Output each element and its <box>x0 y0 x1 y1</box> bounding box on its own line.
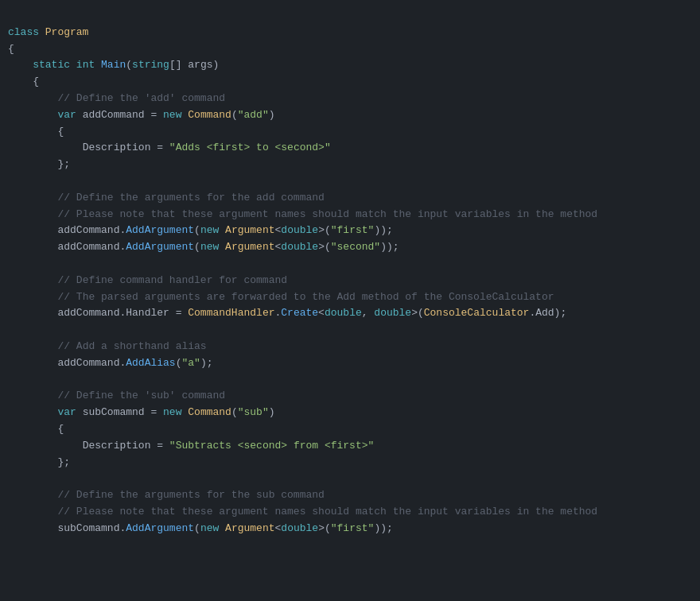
code-token: Description <box>83 440 151 452</box>
code-token <box>8 109 57 121</box>
code-token: >( <box>318 522 331 534</box>
code-token: = <box>145 406 163 418</box>
code-token <box>8 274 57 286</box>
code-line: addCommand.AddArgument(new Argument<doub… <box>0 239 700 256</box>
code-token: static <box>8 59 76 71</box>
code-token: = <box>150 142 169 153</box>
code-line: Description = "Adds <first> to <second>" <box>0 140 700 157</box>
code-line: // Please note that these argument names… <box>0 504 700 521</box>
code-line: subComamnd.AddArgument(new Argument<doub… <box>0 521 700 537</box>
code-token <box>8 92 57 104</box>
code-token: ( <box>231 406 238 418</box>
code-token: "second" <box>331 241 380 253</box>
code-token <box>8 522 57 534</box>
code-token: ConsoleCalculator <box>424 307 530 319</box>
code-token <box>8 192 57 204</box>
code-token: Argument <box>225 241 274 253</box>
code-token: "first" <box>331 224 375 236</box>
code-token: "a" <box>181 357 200 369</box>
code-line: }; <box>0 157 700 173</box>
code-token: = <box>145 109 163 121</box>
code-token: new <box>163 109 188 121</box>
code-token: >( <box>411 307 424 319</box>
code-token: addCommand <box>57 307 119 319</box>
code-token: Create <box>281 307 318 319</box>
code-line: addCommand.Handler = CommandHandler.Crea… <box>0 305 700 322</box>
code-line: { <box>0 41 700 58</box>
code-line: // Please note that these argument names… <box>0 207 700 223</box>
code-token: Program <box>45 26 89 38</box>
code-token: var <box>57 406 82 418</box>
code-token: ) <box>269 109 275 121</box>
code-token: "add" <box>238 109 269 121</box>
code-token: // Add a shorthand alias <box>57 340 206 352</box>
code-line: var subComamnd = new Command("sub") <box>0 405 700 421</box>
code-token: "sub" <box>238 406 269 418</box>
code-token: ); <box>200 357 213 369</box>
code-token: { <box>8 126 64 138</box>
code-line: // Define the arguments for the add comm… <box>0 190 700 207</box>
code-token: Main <box>101 59 126 71</box>
code-token <box>8 440 83 452</box>
code-token: double <box>281 522 318 534</box>
code-token: < <box>318 307 325 319</box>
code-token: // Define the 'sub' command <box>57 390 225 401</box>
code-token: // The parsed arguments are forwarded to… <box>57 291 554 303</box>
code-token: double <box>374 307 411 319</box>
code-token: >( <box>318 224 331 236</box>
code-token: subComamnd <box>83 406 145 418</box>
code-token: Description <box>83 142 151 153</box>
code-token: double <box>281 224 318 236</box>
code-token: double <box>281 241 318 253</box>
code-token: )); <box>374 522 392 534</box>
code-token: AddArgument <box>126 224 194 236</box>
code-token <box>8 390 57 401</box>
code-token: addCommand <box>57 241 119 253</box>
code-line <box>0 256 700 273</box>
code-line: Description = "Subtracts <second> from <… <box>0 438 700 455</box>
code-token: }; <box>8 456 70 468</box>
code-editor: class Program{ static int Main(string[] … <box>0 0 700 545</box>
code-line: // Define the 'sub' command <box>0 388 700 405</box>
code-token: ( <box>231 109 238 121</box>
code-token: ( <box>194 224 200 236</box>
code-line <box>0 322 700 339</box>
code-token: "Adds <first> to <second>" <box>169 142 331 153</box>
code-token: [] args) <box>169 59 219 71</box>
code-token: )); <box>380 241 399 253</box>
code-token: // Define the arguments for the add comm… <box>57 192 324 204</box>
code-line: // Add a shorthand alias <box>0 339 700 355</box>
code-token: )); <box>374 224 392 236</box>
code-line: { <box>0 74 700 91</box>
code-line: { <box>0 421 700 438</box>
code-line: // Define the 'add' command <box>0 91 700 107</box>
code-token <box>8 489 57 501</box>
code-token: ) <box>269 406 275 418</box>
code-token <box>8 406 57 418</box>
code-token: // Please note that these argument names… <box>57 208 597 220</box>
code-token: addCommand <box>57 357 119 369</box>
code-token <box>8 340 57 352</box>
code-line <box>0 471 700 487</box>
code-line: class Program <box>0 25 700 41</box>
code-line <box>0 173 700 190</box>
code-token: "Subtracts <second> from <first>" <box>169 440 374 452</box>
code-line <box>0 372 700 389</box>
code-token: { <box>8 423 64 435</box>
code-token: CommandHandler <box>188 307 274 319</box>
code-token: new <box>200 241 225 253</box>
code-token: AddArgument <box>126 241 194 253</box>
code-token <box>8 224 57 236</box>
code-token <box>8 142 83 153</box>
code-line: }; <box>0 455 700 471</box>
code-token <box>8 291 57 303</box>
code-token <box>8 506 57 518</box>
code-token: Argument <box>225 522 274 534</box>
code-line: static int Main(string[] args) <box>0 57 700 74</box>
code-token: AddAlias <box>126 357 175 369</box>
code-token: Command <box>188 109 231 121</box>
code-token: { <box>8 76 39 87</box>
code-line: { <box>0 124 700 141</box>
code-token: Command <box>188 406 231 418</box>
code-token: // Define the arguments for the sub comm… <box>57 489 324 501</box>
